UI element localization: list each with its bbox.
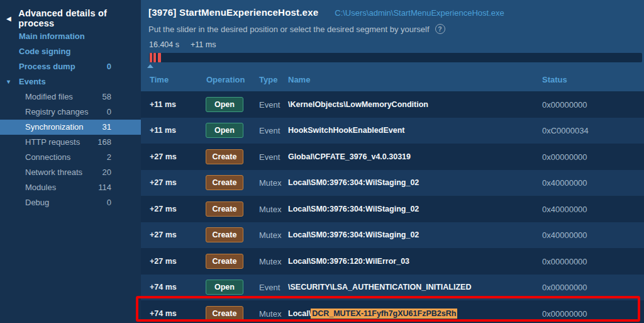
cell-time: +27 ms [150, 257, 177, 266]
cell-status: 0x40000000 [542, 204, 587, 213]
event-marker [150, 53, 152, 62]
sidebar-item-count: 31 [103, 120, 111, 135]
sidebar-item-label: Network threats [25, 167, 82, 177]
cell-name: \SECURITY\LSA_AUTHENTICATION_INITIALIZED [288, 283, 471, 292]
operation-badge: Create [206, 254, 243, 269]
sidebar-item-count: 0 [107, 59, 111, 74]
event-marker [153, 53, 156, 62]
table-row[interactable]: +27 msCreateMutexLocal\SM0:3976:120:WilE… [141, 248, 644, 275]
cell-status: 0x40000000 [542, 178, 587, 188]
cell-time: +27 ms [150, 205, 177, 213]
cell-type: Mutex [259, 309, 281, 318]
cell-time: +74 ms [150, 283, 177, 292]
sidebar-item-http-requests[interactable]: HTTP requests168 [0, 135, 141, 150]
event-marker [158, 53, 161, 62]
table-row[interactable]: +11 msOpenEvent\KernelObjects\LowMemoryC… [141, 91, 644, 118]
help-icon[interactable]: ? [435, 24, 445, 34]
cell-status: 0x40000000 [542, 230, 587, 240]
column-header-type[interactable]: Type [259, 75, 277, 84]
cell-time: +11 ms [150, 126, 176, 135]
process-header: [3976] StartMenuExperienceHost.exe C:\Us… [148, 7, 504, 18]
sidebar-item-count: 2 [107, 150, 111, 165]
table-row[interactable]: +27 msCreateEventGlobal\CPFATE_3976_v4.0… [141, 144, 644, 170]
sidebar-item-label: Synchronization [25, 122, 84, 132]
column-header-name[interactable]: Name [288, 75, 310, 84]
events-table-header: Time Operation Type Name Status [141, 72, 644, 91]
sidebar-item-count: 0 [107, 105, 111, 120]
operation-badge: Open [206, 123, 243, 138]
cell-name: Global\CPFATE_3976_v4.0.30319 [288, 152, 411, 161]
highlighted-text: DCR_MUTEX-11Fyfh7gXU61FzPB2sRh [311, 309, 457, 319]
table-row[interactable]: +27 msCreateMutexLocal\SM0:3976:304:WilS… [141, 196, 644, 222]
sidebar-item-code-signing[interactable]: Code signing [0, 44, 141, 59]
sidebar-item-modules[interactable]: Modules114 [0, 180, 141, 195]
sidebar-item-synchronization[interactable]: Synchronization31 [0, 120, 141, 135]
cell-status: 0xC0000034 [542, 126, 589, 135]
table-row[interactable]: +27 msCreateMutexLocal\SM0:3976:304:WilS… [141, 222, 644, 249]
column-header-operation[interactable]: Operation [206, 75, 245, 84]
sidebar-item-modified-files[interactable]: Modified files58 [0, 89, 141, 105]
cell-type: Event [259, 283, 280, 292]
operation-badge: Create [206, 227, 243, 242]
column-header-status[interactable]: Status [542, 75, 567, 84]
sidebar-item-label: Connections [25, 152, 70, 162]
chevron-down-icon: ▾ [7, 74, 10, 89]
table-row[interactable]: +27 msCreateMutexLocal\SM0:3976:304:WilS… [141, 170, 644, 196]
sidebar-item-label: Main information [19, 31, 85, 41]
timeline-slider[interactable] [149, 53, 642, 62]
cell-name: Local\SM0:3976:304:WilStaging_02 [288, 205, 419, 213]
cell-name: Local\SM0:3976:120:WilError_03 [288, 257, 409, 266]
sidebar-item-process-dump[interactable]: Process dump0 [0, 59, 141, 74]
sidebar-item-count: 0 [107, 195, 111, 210]
cell-type: Mutex [259, 230, 281, 240]
sidebar-item-count: 114 [98, 180, 111, 195]
cell-type: Event [259, 126, 280, 135]
table-row[interactable]: +11 msOpenEventHookSwitchHookEnabledEven… [141, 118, 644, 144]
timeline-total-time: 16.404 s [149, 40, 179, 49]
sidebar-item-label: HTTP requests [25, 137, 80, 147]
table-row[interactable]: +74 msCreateMutexLocal\DCR_MUTEX-11Fyfh7… [141, 300, 644, 323]
cell-name: HookSwitchHookEnabledEvent [288, 126, 404, 135]
sidebar-item-connections[interactable]: Connections2 [0, 150, 141, 165]
operation-badge: Open [206, 280, 243, 295]
operation-badge: Create [206, 175, 243, 190]
sidebar-item-registry-changes[interactable]: Registry changes0 [0, 105, 141, 120]
table-row[interactable]: +74 msOpenEvent\SECURITY\LSA_AUTHENTICAT… [141, 275, 644, 301]
sidebar-item-count: 20 [103, 165, 111, 180]
sidebar-item-events[interactable]: ▾Events [0, 74, 141, 89]
collapse-sidebar-icon[interactable]: ◀ [6, 15, 18, 22]
cell-time: +27 ms [150, 178, 177, 187]
process-title: [3976] StartMenuExperienceHost.exe [148, 7, 318, 18]
sidebar-item-label: Modules [25, 183, 56, 192]
sidebar-item-network-threats[interactable]: Network threats20 [0, 165, 141, 180]
cell-status: 0x00000000 [542, 256, 587, 266]
cell-status: 0x00000000 [542, 152, 587, 161]
sidebar-item-main-information[interactable]: Main information [0, 29, 141, 44]
sidebar-header: ◀ Advanced details of process [0, 0, 141, 28]
events-table-body: +11 msOpenEvent\KernelObjects\LowMemoryC… [141, 91, 644, 323]
cell-type: Mutex [259, 178, 281, 188]
sidebar-title: Advanced details of process [18, 8, 141, 28]
cell-time: +27 ms [150, 230, 177, 239]
slider-handle-icon[interactable] [147, 64, 153, 68]
operation-badge: Create [206, 149, 243, 164]
cell-name: Local\SM0:3976:304:WilStaging_02 [288, 178, 419, 187]
sidebar-item-label: Registry changes [25, 107, 88, 116]
process-path[interactable]: C:\Users\admin\StartMenuExperienceHost.e… [335, 8, 504, 18]
cell-time: +11 ms [150, 100, 176, 109]
timeline-labels: 16.404 s +11 ms [149, 40, 216, 49]
sidebar-item-label: Events [19, 77, 46, 86]
cell-name: \KernelObjects\LowMemoryCondition [288, 100, 428, 109]
column-header-time[interactable]: Time [150, 75, 169, 84]
sidebar-item-debug[interactable]: Debug0 [0, 195, 141, 210]
cell-time: +74 ms [150, 309, 177, 318]
sidebar-item-count: 58 [103, 89, 111, 105]
operation-badge: Open [206, 97, 243, 112]
timeline-offset: +11 ms [191, 40, 216, 49]
sidebar-nav: Main informationCode signingProcess dump… [0, 29, 141, 210]
cell-type: Mutex [259, 256, 281, 266]
cell-name: Local\SM0:3976:304:WilStaging_02 [288, 230, 419, 239]
cell-time: +27 ms [150, 152, 177, 161]
sidebar-item-label: Code signing [19, 47, 70, 56]
cell-name: Local\DCR_MUTEX-11Fyfh7gXU61FzPB2sRh [288, 309, 311, 318]
